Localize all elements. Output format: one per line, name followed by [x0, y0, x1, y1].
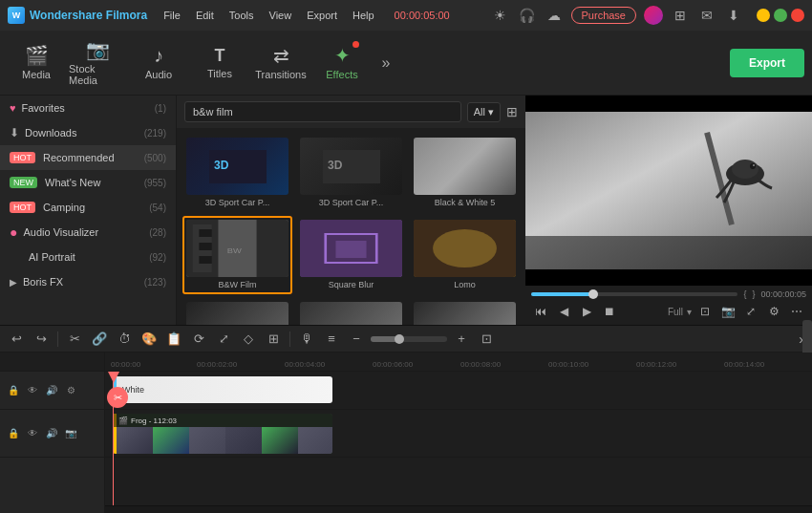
ruler-mark-10: 00:00:10:00 — [548, 360, 588, 369]
effect-3d-sport-car-2[interactable]: 3D 3D Sport Car P... — [296, 134, 406, 212]
settings-icon[interactable]: ⚙ — [764, 302, 783, 321]
sidebar-item-downloads[interactable]: ⬇ Downloads (219) — [0, 120, 176, 145]
toolbar-media[interactable]: 🎬 Media — [8, 35, 65, 91]
track2-lock-button[interactable]: 🔒 — [6, 426, 21, 441]
more-icon[interactable]: ⋯ — [787, 302, 806, 321]
skip-back-button[interactable]: ⏮ — [531, 302, 550, 321]
purchase-button[interactable]: Purchase — [571, 7, 636, 24]
effect-row3-2[interactable] — [296, 298, 406, 325]
effect-row3-3[interactable] — [410, 298, 520, 325]
speed-button[interactable]: ⏱ — [114, 329, 135, 350]
zoom-dropdown[interactable]: Full ▾ — [668, 307, 692, 317]
cut-button[interactable]: ✂ — [64, 329, 85, 350]
effect-bw5[interactable]: Black & White 5 — [410, 134, 520, 212]
cloud-icon[interactable]: ☁ — [545, 6, 564, 25]
play-button[interactable]: ▶ — [577, 302, 596, 321]
effect-3d-sport-car-1[interactable]: 3D 3D Sport Car P... — [182, 134, 292, 212]
sidebar-item-audio-visualizer[interactable]: ● Audio Visualizer (28) — [0, 220, 176, 245]
menu-file[interactable]: File — [157, 7, 187, 24]
toolbar-more-button[interactable]: » — [374, 52, 397, 75]
grid-view-toggle[interactable]: ⊞ — [506, 104, 518, 119]
timeline-h-scrollbar[interactable] — [105, 505, 812, 513]
undo-button[interactable]: ↩ — [6, 329, 27, 350]
download-icon[interactable]: ⬇ — [724, 6, 743, 25]
copy-button[interactable]: 📋 — [163, 329, 184, 350]
minus-button[interactable]: − — [346, 329, 367, 350]
filter-dropdown[interactable]: All ▾ — [467, 102, 501, 122]
fit-button[interactable]: ⊡ — [476, 329, 497, 350]
track2-eye-button[interactable]: 👁 — [25, 426, 40, 441]
svg-rect-9 — [199, 256, 211, 264]
toolbar-titles[interactable]: T Titles — [191, 35, 248, 91]
effect-bw-film[interactable]: BW B&W Film — [182, 216, 292, 294]
color-button[interactable]: 🎨 — [139, 329, 160, 350]
effect-thumb-bw5 — [414, 138, 516, 195]
menu-tools[interactable]: Tools — [223, 7, 261, 24]
sidebar-item-boris-fx[interactable]: ▶ Boris FX (123) — [0, 269, 176, 294]
toolbar-media-label: Media — [22, 69, 51, 80]
track-settings-button[interactable]: ⚙ — [63, 383, 78, 398]
progress-handle[interactable] — [588, 289, 598, 299]
track-lock-button[interactable]: 🔒 — [6, 383, 21, 398]
link-button[interactable]: 🔗 — [89, 329, 110, 350]
toolbar-stock-media[interactable]: 📷 Stock Media — [69, 35, 126, 91]
close-button[interactable] — [791, 9, 804, 22]
crop-icon[interactable]: ⊡ — [695, 302, 715, 321]
sidebar-item-ai-portrait[interactable]: AI Portrait (92) — [0, 245, 176, 269]
rotate-button[interactable]: ⟳ — [188, 329, 209, 350]
grid-button[interactable]: ⊞ — [263, 329, 284, 350]
menu-export[interactable]: Export — [300, 7, 344, 24]
search-input[interactable] — [184, 101, 461, 122]
resize-button[interactable]: ⤢ — [213, 329, 234, 350]
preview-time-in: { — [743, 289, 746, 299]
sidebar-item-whats-new[interactable]: NEW What's New (955) — [0, 170, 176, 195]
track-eye-button[interactable]: 👁 — [25, 383, 40, 398]
plus-button[interactable]: + — [451, 329, 472, 350]
cut-marker[interactable]: ✂ — [107, 387, 128, 408]
redo-button[interactable]: ↪ — [31, 329, 52, 350]
menu-edit[interactable]: Edit — [189, 7, 221, 24]
app-name: Wondershare Filmora — [30, 9, 147, 22]
track2-audio-button[interactable]: 🔊 — [44, 426, 59, 441]
ruler-spacer — [0, 353, 104, 372]
subtitle-button[interactable]: ≡ — [321, 329, 342, 350]
track2-cam-button[interactable]: 📷 — [63, 426, 78, 441]
video-track-clip[interactable]: 🎬 Frog - 112:03 — [113, 414, 332, 454]
menu-view[interactable]: View — [263, 7, 299, 24]
logo-icon: W — [8, 7, 25, 24]
track-audio-button[interactable]: 🔊 — [44, 383, 59, 398]
sun-icon[interactable]: ☀ — [491, 6, 510, 25]
menu-help[interactable]: Help — [346, 7, 381, 24]
sidebar-item-camping[interactable]: HOT Camping (54) — [0, 195, 176, 220]
effect-row3-1[interactable] — [182, 298, 292, 325]
toolbar-audio[interactable]: ♪ Audio — [130, 35, 187, 91]
effect-lomo[interactable]: Lomo — [410, 216, 520, 294]
maximize-button[interactable] — [774, 9, 787, 22]
diamond-button[interactable]: ◇ — [238, 329, 259, 350]
user-avatar[interactable] — [644, 6, 663, 25]
toolbar-transitions[interactable]: ⇄ Transitions — [252, 35, 310, 91]
effect-square-blur[interactable]: Square Blur — [296, 216, 406, 294]
snapshot-icon[interactable]: 📷 — [718, 302, 737, 321]
video-thumb-5 — [262, 427, 298, 454]
zoom-thumb[interactable] — [395, 334, 404, 344]
zoom-slider[interactable] — [371, 336, 447, 342]
preview-time-out: } — [752, 289, 755, 299]
headphone-icon[interactable]: 🎧 — [518, 6, 537, 25]
fullscreen-icon[interactable]: ⤢ — [741, 302, 760, 321]
track-header-video: 🔒 👁 🔊 📷 — [0, 410, 104, 458]
stop-button[interactable]: ⏹ — [600, 302, 619, 321]
effect-label-sport2: 3D Sport Car P... — [319, 198, 383, 208]
export-button[interactable]: Export — [730, 49, 804, 77]
playback-progress-bar[interactable] — [531, 292, 737, 296]
audio-meter[interactable]: 🎙 — [296, 329, 317, 350]
step-back-button[interactable]: ◀ — [554, 302, 573, 321]
layout-icon[interactable]: ⊞ — [671, 6, 690, 25]
minimize-button[interactable] — [757, 9, 770, 22]
white-track-clip[interactable]: White — [113, 376, 332, 403]
sidebar-item-favorites[interactable]: ♥ Favorites (1) — [0, 96, 176, 120]
sidebar-item-recommended[interactable]: HOT Recommended (500) — [0, 145, 176, 170]
mail-icon[interactable]: ✉ — [697, 6, 716, 25]
titlebar-icons: ☀ 🎧 ☁ Purchase ⊞ ✉ ⬇ — [491, 6, 743, 25]
toolbar-effects[interactable]: ✦ Effects — [313, 35, 371, 91]
